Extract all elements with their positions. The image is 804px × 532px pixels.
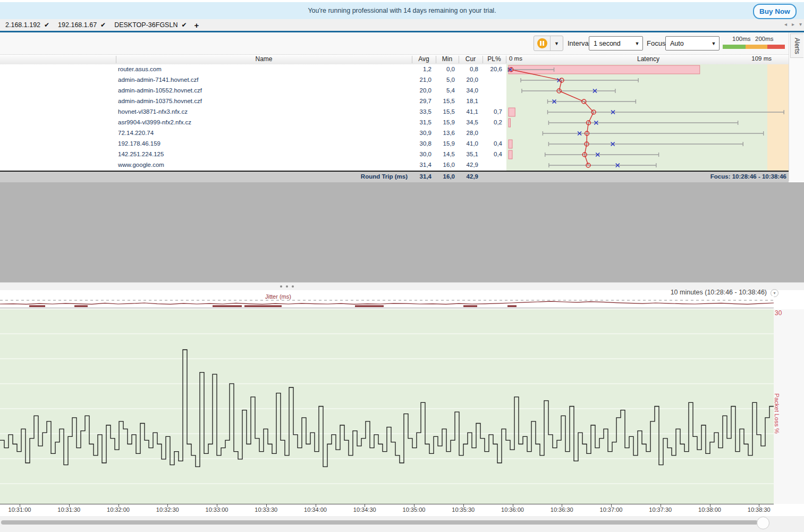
focus-select[interactable]: Auto ▼ bbox=[665, 36, 720, 50]
table-row[interactable]: admin-admin-10552.hovnet.czf20,05,434,0 bbox=[0, 86, 506, 96]
timeline-graph[interactable] bbox=[0, 309, 774, 504]
pingplotter-window: You're running professional with 14 days… bbox=[0, 0, 804, 532]
check-icon: ✔ bbox=[100, 21, 106, 29]
timeline-scrollbar-track[interactable] bbox=[1, 520, 758, 525]
table-row[interactable]: 192.178.46.15930,815,941,00,4 bbox=[0, 139, 506, 149]
jitter-graph[interactable] bbox=[0, 296, 774, 308]
target-name[interactable]: hovnet-vl3871-nfx3.nfx.cz bbox=[118, 108, 188, 115]
timeline-scrollbar bbox=[0, 516, 804, 532]
avg-value: 20,0 bbox=[412, 87, 431, 94]
min-value: 15,5 bbox=[436, 108, 455, 115]
avg-value: 1,2 bbox=[412, 66, 431, 72]
table-row[interactable]: asr9904-vl3999-nfx2.nfx.cz31,515,934,50,… bbox=[0, 117, 506, 128]
avg-value: 29,7 bbox=[412, 98, 431, 104]
jitter-loss-segment bbox=[355, 306, 384, 307]
min-value: 5,0 bbox=[436, 77, 455, 83]
interval-select[interactable]: 1 second ▼ bbox=[589, 36, 643, 50]
buy-now-button[interactable]: Buy Now bbox=[753, 4, 797, 19]
target-name[interactable]: www.google.com bbox=[118, 162, 164, 168]
cur-value: 28,0 bbox=[459, 130, 478, 136]
latency-color-scale bbox=[723, 45, 785, 49]
pause-dropdown-button[interactable]: ▼ bbox=[551, 36, 563, 50]
jitter-loss-segment bbox=[244, 306, 282, 307]
round-trip-avg: 31,4 bbox=[412, 173, 431, 180]
packet-loss-axis-label: Packet Loss % bbox=[774, 393, 780, 434]
column-header-cur[interactable]: Cur bbox=[459, 55, 483, 63]
scale-green-segment bbox=[723, 45, 746, 49]
target-name[interactable]: 72.14.220.74 bbox=[118, 130, 154, 136]
timeline-range-label[interactable]: 10 minutes (10:28:46 - 10:38:46) bbox=[671, 289, 767, 296]
jitter-line bbox=[0, 301, 774, 304]
latency-graph-title: Latency bbox=[611, 55, 685, 63]
target-name[interactable]: admin-admin-7141.hovnet.czf bbox=[118, 77, 199, 83]
chevron-down-icon: ▼ bbox=[632, 41, 642, 46]
tab-scroll-left-icon[interactable]: ◂ bbox=[784, 21, 787, 27]
column-header-pl[interactable]: PL% bbox=[483, 55, 506, 63]
min-value: 0,0 bbox=[436, 66, 455, 72]
time-tick-label: 10:34:30 bbox=[346, 506, 383, 513]
packet-loss-bar bbox=[509, 140, 512, 148]
min-value: 14,5 bbox=[436, 151, 455, 157]
jitter-strip: Jitter (ms) bbox=[0, 296, 774, 308]
check-icon: ✔ bbox=[181, 21, 187, 29]
time-tick-label: 10:38:30 bbox=[740, 506, 777, 513]
tab-scroll-right-icon[interactable]: ▸ bbox=[792, 21, 794, 27]
target-name[interactable]: 142.251.224.125 bbox=[118, 151, 164, 157]
target-name[interactable]: admin-admin-10375.hovnet.czf bbox=[118, 98, 202, 104]
time-tick-label: 10:31:00 bbox=[1, 506, 38, 513]
column-header-name[interactable]: Name bbox=[116, 55, 412, 63]
tab-2.168.1.192[interactable]: 2.168.1.192✔ bbox=[2, 19, 53, 31]
target-name[interactable]: router.asus.com bbox=[118, 66, 162, 72]
column-header-min[interactable]: Min bbox=[436, 55, 459, 63]
trace-table-body: router.asus.com1,20,00,820,6admin-admin-… bbox=[0, 64, 789, 171]
cur-value: 0,8 bbox=[459, 66, 478, 72]
right-axis-top-value: 30 bbox=[775, 309, 782, 317]
target-name[interactable]: asr9904-vl3999-nfx2.nfx.cz bbox=[118, 119, 191, 125]
time-axis: 10:31:0010:31:3010:32:0010:32:3010:33:00… bbox=[0, 504, 804, 516]
time-tick-label: 10:36:00 bbox=[494, 506, 531, 513]
pause-button[interactable] bbox=[534, 36, 551, 50]
tab-192.168.1.67[interactable]: 192.168.1.67✔ bbox=[55, 19, 109, 31]
table-row[interactable]: hovnet-vl3871-nfx3.nfx.cz33,515,541,10,7 bbox=[0, 107, 506, 117]
table-row[interactable]: 72.14.220.7430,913,628,0 bbox=[0, 128, 506, 139]
table-row[interactable]: admin-admin-7141.hovnet.czf21,05,020,0 bbox=[0, 75, 506, 86]
time-tick-label: 10:32:30 bbox=[149, 506, 186, 513]
table-row[interactable]: admin-admin-10375.hovnet.czf29,715,518,1 bbox=[0, 96, 506, 107]
table-row[interactable]: www.google.com31,416,042,9 bbox=[0, 160, 506, 171]
time-tick-label: 10:35:00 bbox=[395, 506, 433, 513]
packet-loss-bar bbox=[509, 119, 510, 127]
avg-value: 33,5 bbox=[412, 108, 431, 115]
target-name[interactable]: 192.178.46.159 bbox=[118, 140, 160, 147]
alerts-side-tab[interactable]: Alerts bbox=[790, 33, 803, 58]
cur-value: 34,5 bbox=[459, 119, 478, 125]
min-value: 16,0 bbox=[436, 162, 455, 168]
latency-mini-graph[interactable] bbox=[506, 64, 789, 171]
column-header-avg[interactable]: Avg bbox=[412, 55, 436, 63]
cur-value: 34,0 bbox=[459, 87, 478, 94]
avg-value: 31,4 bbox=[412, 162, 431, 168]
table-row[interactable]: 142.251.224.12530,014,535,10,4 bbox=[0, 149, 506, 160]
empty-panel-area bbox=[0, 182, 804, 282]
avg-value: 30,0 bbox=[412, 151, 431, 157]
interval-value: 1 second bbox=[589, 40, 632, 47]
avg-value: 30,8 bbox=[412, 140, 431, 147]
cur-value: 35,1 bbox=[459, 151, 478, 157]
tab-DESKTOP-36FGSLN[interactable]: DESKTOP-36FGSLN✔ bbox=[111, 19, 190, 31]
jitter-loss-segment bbox=[213, 306, 242, 307]
min-value: 5,4 bbox=[436, 87, 455, 94]
time-tick-label: 10:31:30 bbox=[50, 506, 88, 513]
table-row[interactable]: router.asus.com1,20,00,820,6 bbox=[0, 64, 506, 75]
focus-value: Auto bbox=[666, 40, 708, 47]
min-value: 13,6 bbox=[436, 130, 455, 136]
new-tab-button[interactable]: + bbox=[190, 21, 204, 30]
timeline-scrollbar-thumb[interactable] bbox=[757, 517, 769, 529]
target-name[interactable]: admin-admin-10552.hovnet.czf bbox=[118, 87, 202, 94]
cur-value: 41,0 bbox=[459, 140, 478, 147]
time-tick-label: 10:36:30 bbox=[543, 506, 580, 513]
avg-value: 31,5 bbox=[412, 119, 431, 125]
time-tick-label: 10:38:00 bbox=[691, 506, 729, 513]
packet-loss-value: 0,4 bbox=[483, 151, 502, 157]
tab-menu-icon[interactable]: ▾ bbox=[799, 21, 802, 27]
column-divider bbox=[506, 56, 506, 63]
time-tick-label: 10:32:00 bbox=[100, 506, 137, 513]
